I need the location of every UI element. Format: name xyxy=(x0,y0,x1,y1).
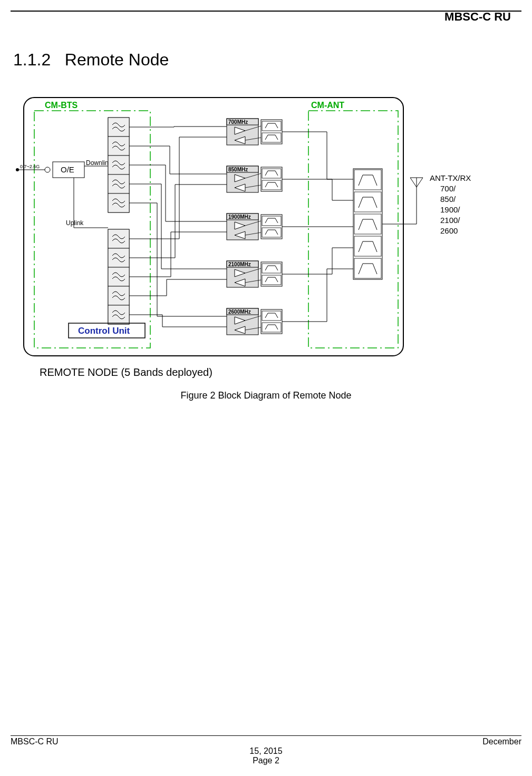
ant-label-title: ANT-TX/RX xyxy=(430,173,471,182)
ant-label-line: 2600 xyxy=(440,226,458,235)
input-dot-icon xyxy=(16,168,19,171)
band-label: 700MHz xyxy=(228,119,248,125)
svg-rect-13 xyxy=(108,267,129,286)
svg-rect-5 xyxy=(108,118,129,137)
svg-rect-99 xyxy=(353,169,382,279)
footer-rule xyxy=(11,735,521,736)
band-block-3: 2100MHz xyxy=(227,261,303,287)
uplink-label: Uplink xyxy=(66,219,84,227)
svg-rect-6 xyxy=(108,137,129,156)
cm-ant-label: CM-ANT xyxy=(311,101,344,110)
page: MBSC-C RU 1.1.2 Remote Node CM-BTS CM-AN… xyxy=(0,0,532,776)
band-label: 2100MHz xyxy=(228,261,251,267)
section-title: Remote Node xyxy=(65,50,169,69)
svg-rect-8 xyxy=(108,174,129,193)
uplink-filter-bank xyxy=(108,229,129,324)
antenna-icon xyxy=(410,178,423,187)
band-label: 1900MHz xyxy=(228,214,251,220)
svg-rect-7 xyxy=(108,156,129,174)
input-freq-label: 0.7~2.6G xyxy=(20,164,40,169)
svg-rect-15 xyxy=(108,305,129,324)
block-diagram: CM-BTS CM-ANT 0.7~2.6G O/E Downlink Upli… xyxy=(16,92,522,366)
diagram-subtitle: REMOTE NODE (5 Bands deployed) xyxy=(40,366,212,379)
header-rule: MBSC-C RU xyxy=(11,11,521,12)
svg-rect-9 xyxy=(108,193,129,212)
ant-label-line: 1900/ xyxy=(440,205,460,214)
footer: MBSC-C RU December 15, 2015 Page 2 xyxy=(11,735,521,765)
footer-right: December xyxy=(482,737,521,746)
figure-caption: Figure 2 Block Diagram of Remote Node xyxy=(0,390,532,401)
oe-label: O/E xyxy=(61,165,74,174)
svg-line-108 xyxy=(410,178,417,187)
cm-bts-label: CM-BTS xyxy=(45,101,78,110)
svg-rect-11 xyxy=(108,229,129,248)
downlink-filter-bank xyxy=(108,118,129,212)
footer-date: 15, 2015 xyxy=(11,746,521,756)
section-heading: 1.1.2 Remote Node xyxy=(13,50,169,70)
header-title: MBSC-C RU xyxy=(444,10,511,24)
svg-rect-12 xyxy=(108,248,129,267)
band-block-4: 2600MHz xyxy=(227,308,303,335)
band-label: 850MHz xyxy=(228,167,248,172)
control-unit-label: Control Unit xyxy=(78,326,130,336)
band-block-0: 700MHz xyxy=(227,119,303,145)
footer-page: Page 2 xyxy=(11,756,521,765)
svg-line-109 xyxy=(417,178,423,187)
ant-combiner xyxy=(353,169,382,279)
footer-left: MBSC-C RU xyxy=(11,737,59,746)
section-number: 1.1.2 xyxy=(13,50,51,69)
band-block-2: 1900MHz xyxy=(227,214,303,240)
ant-label-line: 700/ xyxy=(440,184,456,193)
band-label: 2600MHz xyxy=(228,309,251,315)
ant-label-line: 2100/ xyxy=(440,216,460,225)
input-port-icon xyxy=(45,167,50,172)
band-blocks: 700MHz 850MHz xyxy=(227,119,303,335)
ant-label-line: 850/ xyxy=(440,195,456,203)
band-block-1: 850MHz xyxy=(227,166,303,192)
svg-rect-14 xyxy=(108,286,129,305)
